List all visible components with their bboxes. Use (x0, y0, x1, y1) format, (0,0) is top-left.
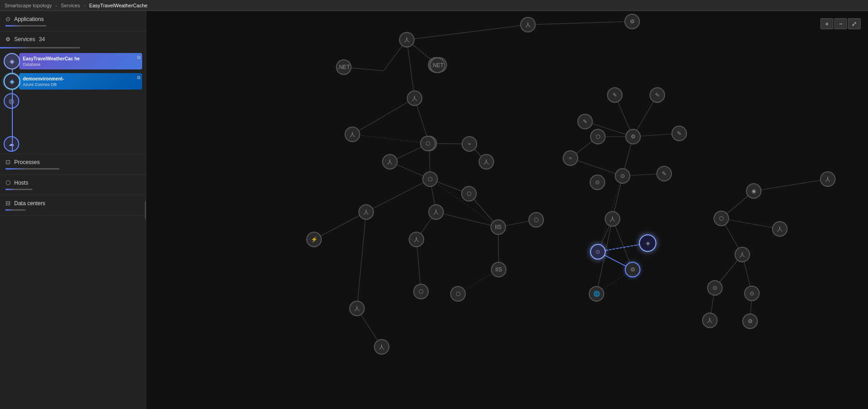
cosmos-subtitle: Azure Cosmos DB (23, 82, 138, 87)
applications-label: Applications (14, 16, 44, 22)
svg-line-23 (314, 212, 366, 239)
topology-node-n7[interactable]: ⚙ (624, 14, 640, 29)
cosmos-node-symbol: ◈ (10, 78, 15, 85)
cosmos-info-card[interactable]: demoenvironment- Azure Cosmos DB ⧉ (19, 73, 142, 90)
topology-node-n44[interactable]: 🌐 (589, 286, 604, 302)
topology-node-n10[interactable]: 人 (407, 90, 422, 106)
node-icon-n15: 人 (484, 158, 489, 166)
topology-node-n13[interactable]: ⬡ (422, 171, 438, 187)
easytravel-subtitle: Database (23, 62, 138, 67)
topology-node-n50[interactable]: 人 (702, 313, 718, 328)
node-icon-n27: ⚡ (311, 236, 318, 243)
breadcrumb-services[interactable]: Services (61, 3, 80, 8)
topology-node-n38[interactable]: ≈ (563, 150, 578, 166)
node-icon-n40: ⊙ (595, 179, 600, 186)
topology-node-n39[interactable]: 人 (605, 211, 620, 227)
easytravel-ext-link-icon[interactable]: ⧉ (137, 55, 140, 60)
topology-node-n41[interactable]: ⊙ (590, 244, 606, 260)
topology-node-n23[interactable]: 人 (409, 232, 424, 247)
hosts-label: Hosts (14, 180, 28, 186)
topology-node-n22[interactable]: IIS (490, 219, 506, 235)
topology-node-n34[interactable]: ✎ (650, 87, 665, 103)
services-header[interactable]: ⚙ Services 34 (0, 32, 146, 45)
topology-node-n31[interactable]: ⊙ (615, 168, 630, 184)
topology-node-n11[interactable]: 人 (345, 127, 360, 142)
topology-node-n24[interactable]: IIS (491, 262, 506, 277)
service-card-easytravel[interactable]: ◈ EasyTravelWeatherCac he Database ⧉ (4, 53, 142, 69)
node-icon-n36: ✎ (677, 130, 682, 137)
topology-node-n33[interactable]: ✎ (607, 87, 623, 103)
topology-node-n30[interactable]: ⬡ (590, 129, 606, 144)
sidebar-section-applications: ⊙ Applications (0, 11, 146, 32)
processes-header[interactable]: ⊡ Processes (5, 159, 140, 165)
node-icon-n26: ⬡ (456, 291, 460, 297)
node-icon-n32: ⚙ (631, 133, 636, 140)
host-node-small[interactable]: ◎ (4, 93, 146, 109)
topology-canvas[interactable]: + − ⤢ (146, 11, 868, 409)
node-icon-n35: ✎ (583, 118, 587, 125)
service-card-cosmos[interactable]: ◈ demoenvironment- Azure Cosmos DB ⧉ (4, 73, 142, 90)
node-icon-n25: ⬡ (419, 288, 423, 295)
datacenters-header[interactable]: ⊟ Data centers (5, 200, 140, 207)
node-icon-n21: ⬡ (534, 217, 538, 223)
topology-node-n16[interactable]: ≈ (462, 136, 477, 152)
topology-node-n37[interactable]: ✎ (656, 166, 672, 181)
node-icon-n17: ⬡ (426, 140, 430, 147)
node-icon-n30: ⬡ (596, 133, 600, 140)
cloud-node[interactable]: ☁ (4, 136, 146, 152)
node-icon-n16: ≈ (468, 141, 471, 147)
topology-node-n51[interactable]: ⚙ (742, 313, 758, 329)
topology-node-n35[interactable]: ✎ (577, 114, 593, 129)
topology-node-n1[interactable]: 人 (399, 32, 415, 48)
topology-node-n20[interactable]: ⬡ (461, 186, 477, 202)
easytravel-title: EasyTravelWeatherCac he (23, 56, 138, 62)
breadcrumb-smartscape[interactable]: Smartscape topology (5, 3, 52, 8)
zoom-fit-button[interactable]: ⤢ (848, 18, 861, 29)
applications-header[interactable]: ⊙ Applications (5, 16, 140, 22)
topology-node-n36[interactable]: ✎ (671, 126, 687, 141)
topology-node-n52[interactable]: ◉ (746, 183, 761, 199)
topology-node-n6[interactable]: 人 (520, 17, 536, 32)
topology-node-n26[interactable]: ⬡ (450, 286, 466, 302)
topology-node-n15[interactable]: 人 (479, 154, 494, 170)
svg-line-48 (352, 134, 429, 143)
topology-node-n40[interactable]: ⊙ (590, 175, 605, 190)
node-icon-n39: 人 (610, 215, 615, 223)
topology-node-n49[interactable]: ⊙ (744, 286, 760, 301)
services-icon: ⚙ (5, 36, 11, 42)
topology-node-n32[interactable]: ⚙ (625, 129, 641, 144)
topology-node-n25[interactable]: ⬡ (413, 284, 429, 299)
topology-node-n53[interactable]: 人 (820, 171, 836, 187)
node-icon-n24: IIS (495, 266, 502, 273)
topology-node-n45[interactable]: ⬡ (714, 211, 729, 226)
topology-node-n21[interactable]: ⬡ (528, 212, 544, 228)
zoom-in-button[interactable]: + (820, 18, 833, 29)
node-icon-n1: 人 (404, 36, 410, 44)
zoom-out-button[interactable]: − (834, 18, 847, 29)
topology-node-n27[interactable]: ⚡ (306, 232, 322, 247)
topology-node-n19[interactable]: 人 (428, 204, 444, 220)
cosmos-ext-link-icon[interactable]: ⧉ (137, 75, 140, 80)
topology-node-n3[interactable]: .NET (336, 59, 351, 75)
topology-node-n47[interactable]: 人 (735, 247, 750, 262)
node-icon-n31: ⊙ (620, 173, 625, 179)
topology-node-n18[interactable]: 人 (358, 204, 374, 220)
topology-node-n43[interactable]: ⚙ (625, 262, 640, 277)
topology-node-n46[interactable]: 人 (772, 221, 788, 237)
services-label: Services (14, 36, 35, 42)
topology-node-n42[interactable]: ◈ (639, 234, 656, 252)
svg-line-24 (357, 212, 366, 308)
svg-line-46 (754, 179, 828, 191)
easytravel-info-card[interactable]: EasyTravelWeatherCac he Database ⧉ (19, 53, 142, 69)
hosts-bar (5, 189, 32, 190)
host-node-icon: ◎ (4, 93, 19, 109)
topology-node-n29[interactable]: 人 (374, 339, 389, 355)
topology-node-n28[interactable]: 人 (349, 301, 365, 316)
topology-node-n17[interactable]: ⬡ (420, 136, 436, 151)
topology-node-n14[interactable]: 人 (382, 154, 398, 170)
node-icon-n42: ◈ (646, 240, 650, 246)
easytravel-node-symbol: ◈ (10, 58, 15, 65)
topology-node-n48[interactable]: ⊙ (707, 280, 723, 296)
hosts-header[interactable]: ⬡ Hosts (5, 179, 140, 186)
topology-node-dotnet1[interactable]: .NET (430, 58, 445, 73)
